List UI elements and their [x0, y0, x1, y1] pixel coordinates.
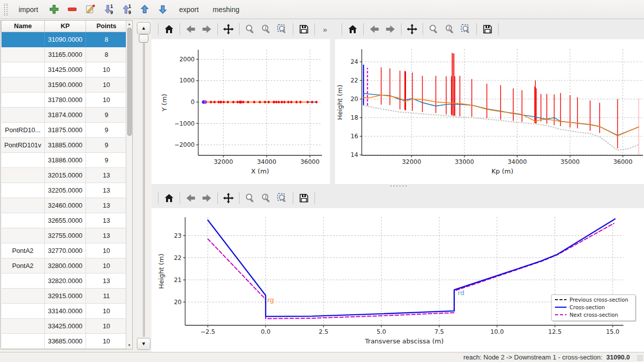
cell-points[interactable]: 13	[86, 228, 127, 243]
cell-name[interactable]	[2, 273, 45, 288]
forward-button[interactable]	[199, 21, 215, 37]
cell-kp[interactable]: 33425.0000	[45, 318, 86, 333]
back-button[interactable]	[366, 21, 382, 37]
table-row[interactable]: PontA232800.000010	[2, 258, 127, 273]
cell-kp[interactable]: 32655.0000	[45, 213, 86, 228]
plan-view-chart[interactable]: 320003400036000200010000−1000−2000X (m)Y…	[151, 39, 330, 184]
cell-kp[interactable]: 31875.0000	[45, 122, 86, 137]
table-row[interactable]: 32460.000013	[2, 198, 127, 213]
move-down-button[interactable]	[155, 2, 171, 17]
cell-points[interactable]: 10	[86, 62, 127, 77]
cell-name[interactable]	[2, 32, 45, 47]
zoom-box-button[interactable]	[458, 21, 474, 37]
cell-kp[interactable]: 33140.0000	[45, 303, 86, 318]
panel-scroll-handle[interactable]	[139, 34, 148, 43]
cell-name[interactable]	[2, 47, 45, 62]
cell-points[interactable]: 10	[86, 243, 127, 258]
cell-kp[interactable]: 32820.0000	[45, 273, 86, 288]
cell-points[interactable]: 9	[86, 122, 127, 137]
cell-points[interactable]: 8	[86, 47, 127, 62]
cell-kp[interactable]: 32205.0000	[45, 183, 86, 198]
cell-points[interactable]: 11	[86, 288, 127, 303]
save-button[interactable]	[296, 21, 312, 37]
cross-sections-table[interactable]: NameKPPoints 31090.0000831165.0000831425…	[1, 20, 133, 349]
cross-section-chart[interactable]: −2.50.02.55.07.510.012.515.020212223Tran…	[151, 208, 644, 353]
cell-kp[interactable]: 32800.0000	[45, 258, 86, 273]
cell-name[interactable]	[2, 213, 45, 228]
column-header-name[interactable]: Name	[2, 21, 45, 32]
cell-name[interactable]	[2, 77, 45, 92]
cell-points[interactable]: 13	[86, 183, 127, 198]
zoom-button[interactable]	[426, 21, 442, 37]
table-row[interactable]: 32205.000013	[2, 183, 127, 198]
table-row[interactable]: 33425.000010	[2, 318, 127, 333]
table-row[interactable]	[2, 348, 127, 349]
save-button[interactable]	[296, 190, 312, 206]
cell-name[interactable]	[2, 62, 45, 77]
longitudinal-profile-chart[interactable]: 3200033000340003500036000242220181614Kp …	[335, 39, 644, 184]
save-button[interactable]	[479, 21, 496, 37]
cell-kp[interactable]: 31886.0000	[45, 152, 86, 167]
table-row[interactable]: 32755.000013	[2, 228, 127, 243]
home-button[interactable]	[161, 190, 177, 206]
forward-button[interactable]	[199, 190, 215, 206]
cell-kp[interactable]	[45, 348, 86, 349]
cell-kp[interactable]: 31425.0000	[45, 62, 86, 77]
panel-scroll-down-button[interactable]: ▼	[137, 338, 150, 350]
cell-name[interactable]	[2, 183, 45, 198]
table-row[interactable]: 31886.00009	[2, 152, 127, 167]
cell-name[interactable]	[2, 303, 45, 318]
zoom-box-button[interactable]	[274, 190, 290, 206]
cell-points[interactable]: 13	[86, 273, 127, 288]
sort-descending-button[interactable]: 19	[101, 2, 117, 17]
cell-kp[interactable]: 32755.0000	[45, 228, 86, 243]
back-button[interactable]	[183, 21, 199, 37]
cell-name[interactable]	[2, 333, 45, 348]
table-row[interactable]: 32915.000011	[2, 288, 127, 303]
column-header-points[interactable]: Points	[86, 21, 127, 32]
cell-points[interactable]: 10	[86, 303, 127, 318]
resize-grip-icon[interactable]	[637, 355, 643, 361]
cell-name[interactable]: PontA2	[2, 243, 45, 258]
zoom-button[interactable]	[242, 190, 258, 206]
cell-name[interactable]	[2, 318, 45, 333]
import-button[interactable]: import	[13, 3, 44, 17]
sort-ascending-button[interactable]: 19	[119, 2, 135, 17]
column-header-kp[interactable]: KP	[45, 21, 86, 32]
cell-points[interactable]: 9	[86, 137, 127, 152]
zoom-1-button[interactable]: 1	[258, 21, 274, 37]
cell-name[interactable]: PontRD101v	[2, 137, 45, 152]
cell-kp[interactable]: 31874.0000	[45, 107, 86, 122]
cross-section-canvas[interactable]: −2.50.02.55.07.510.012.515.020212223Tran…	[151, 208, 644, 352]
cell-points[interactable]: 10	[86, 92, 127, 107]
forward-button[interactable]	[382, 21, 398, 37]
cell-points[interactable]: 10	[86, 258, 127, 273]
cell-name[interactable]: PontA2	[2, 258, 45, 273]
remove-cross-section-button[interactable]	[64, 2, 80, 17]
cell-name[interactable]	[2, 198, 45, 213]
cell-name[interactable]	[2, 92, 45, 107]
cell-kp[interactable]: 31090.0000	[45, 32, 86, 47]
cell-name[interactable]	[2, 288, 45, 303]
cell-kp[interactable]: 33685.0000	[45, 333, 86, 348]
home-button[interactable]	[161, 21, 177, 37]
cell-points[interactable]: 13	[86, 167, 127, 183]
toolbar-grip[interactable]	[4, 4, 8, 16]
zoom-button[interactable]	[242, 21, 258, 37]
cell-kp[interactable]: 31590.0000	[45, 77, 86, 92]
cell-kp[interactable]: 32770.0000	[45, 243, 86, 258]
cell-kp[interactable]: 31780.0000	[45, 92, 86, 107]
cell-points[interactable]: 9	[86, 107, 127, 122]
table-row[interactable]: PontRD101v31885.00009	[2, 137, 127, 152]
cell-kp[interactable]: 31885.0000	[45, 137, 86, 152]
horizontal-splitter[interactable]	[151, 184, 644, 188]
cell-kp[interactable]: 31165.0000	[45, 47, 86, 62]
scroll-down-icon[interactable]: ▼	[126, 342, 132, 348]
table-row[interactable]: 32820.000013	[2, 273, 127, 288]
cell-name[interactable]	[2, 107, 45, 122]
pan-button[interactable]	[220, 21, 236, 37]
cell-name[interactable]	[2, 228, 45, 243]
cell-points[interactable]: 9	[86, 152, 127, 167]
scroll-up-icon[interactable]: ▲	[126, 21, 132, 27]
export-button[interactable]: export	[173, 3, 205, 17]
